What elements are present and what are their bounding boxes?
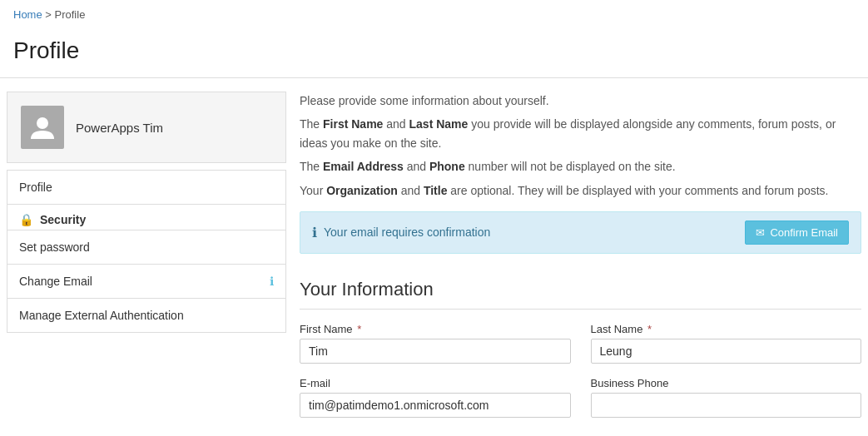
- confirm-email-envelope-icon: ✉: [756, 226, 765, 239]
- sidebar-item-set-password[interactable]: Set password: [7, 230, 285, 265]
- email-confirm-message-container: ℹ Your email requires confirmation: [312, 225, 490, 240]
- first-name-label: First Name *: [300, 323, 571, 335]
- avatar: [21, 106, 64, 149]
- info-icon: ℹ: [270, 275, 274, 288]
- form-group-last-name: Last Name *: [591, 323, 862, 364]
- last-name-required: *: [647, 323, 652, 335]
- email-input[interactable]: [300, 393, 571, 418]
- sidebar-section-security: 🔒 Security: [7, 205, 285, 230]
- sidebar-section-security-label: Security: [40, 213, 86, 226]
- confirm-email-button-label: Confirm Email: [770, 226, 838, 239]
- sidebar-item-set-password-label: Set password: [19, 240, 90, 254]
- user-card: PowerApps Tim: [7, 92, 286, 163]
- form-group-first-name: First Name *: [300, 323, 571, 364]
- avatar-icon: [27, 112, 57, 142]
- main-layout: PowerApps Tim Profile 🔒 Security Set pas…: [0, 92, 868, 431]
- form-row-name: First Name * Last Name *: [300, 323, 861, 364]
- info-text-2: The First Name and Last Name you provide…: [300, 115, 861, 152]
- email-label: E-mail: [300, 377, 571, 389]
- sidebar: PowerApps Tim Profile 🔒 Security Set pas…: [7, 92, 286, 431]
- lock-icon: 🔒: [19, 213, 33, 226]
- last-name-label: Last Name *: [591, 323, 862, 335]
- confirm-email-button[interactable]: ✉ Confirm Email: [745, 220, 849, 245]
- email-confirmation-box: ℹ Your email requires confirmation ✉ Con…: [300, 211, 861, 254]
- your-information-title: Your Information: [300, 265, 861, 310]
- form-row-contact: E-mail Business Phone: [300, 377, 861, 418]
- breadcrumb-home-link[interactable]: Home: [13, 8, 42, 21]
- page-title: Profile: [0, 29, 868, 78]
- breadcrumb: Home > Profile: [0, 0, 868, 29]
- sidebar-item-change-email-label: Change Email: [19, 275, 92, 288]
- sidebar-item-manage-external-auth[interactable]: Manage External Authentication: [7, 299, 285, 332]
- first-name-required: *: [357, 323, 361, 335]
- info-circle-icon: ℹ: [312, 225, 317, 240]
- user-name: PowerApps Tim: [76, 121, 163, 135]
- info-text-1: Please provide some information about yo…: [300, 92, 861, 110]
- sidebar-item-profile[interactable]: Profile: [7, 171, 285, 205]
- content-area: Please provide some information about yo…: [300, 92, 861, 431]
- business-phone-input[interactable]: [591, 393, 862, 418]
- sidebar-item-change-email[interactable]: Change Email ℹ: [7, 265, 285, 299]
- svg-point-0: [37, 117, 48, 129]
- first-name-input[interactable]: [300, 339, 571, 364]
- breadcrumb-separator: >: [45, 8, 52, 21]
- business-phone-label: Business Phone: [591, 377, 862, 389]
- info-text-3: The Email Address and Phone number will …: [300, 157, 861, 176]
- form-group-business-phone: Business Phone: [591, 377, 862, 418]
- last-name-input[interactable]: [591, 339, 862, 364]
- email-confirm-message: Your email requires confirmation: [324, 225, 490, 239]
- breadcrumb-current: Profile: [55, 8, 86, 21]
- sidebar-item-manage-external-auth-label: Manage External Authentication: [19, 309, 184, 322]
- info-text-4: Your Organization and Title are optional…: [300, 181, 861, 200]
- form-group-email: E-mail: [300, 377, 571, 418]
- sidebar-navigation: Profile 🔒 Security Set password Change E…: [7, 170, 286, 333]
- sidebar-item-profile-label: Profile: [19, 181, 52, 194]
